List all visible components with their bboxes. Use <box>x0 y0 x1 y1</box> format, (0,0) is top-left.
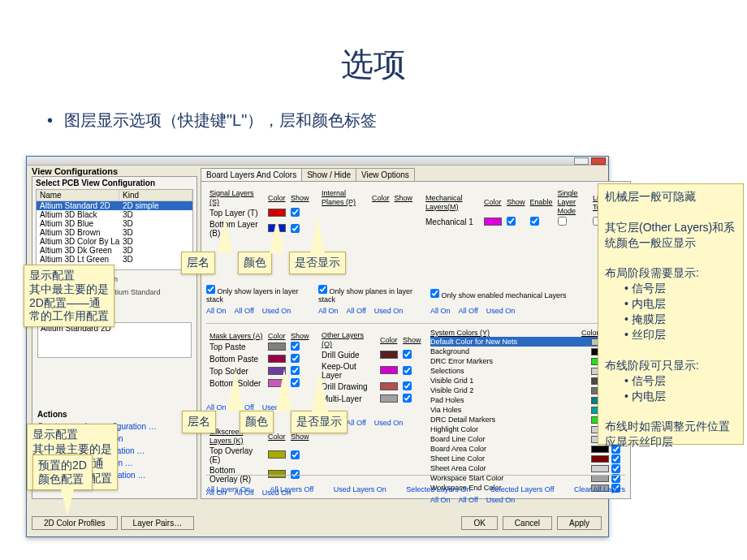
system-color-row[interactable]: Visible Grid 2 <box>430 386 625 395</box>
hdr-signal[interactable]: Signal Layers (S) <box>209 189 254 206</box>
config-row[interactable]: Altium 3D Black3D <box>37 210 192 219</box>
chk-only-mech[interactable] <box>430 289 439 298</box>
layer-row[interactable]: Top Solder <box>208 366 311 377</box>
system-color-row[interactable]: Selections <box>430 366 625 376</box>
config-row[interactable]: Altium Standard 2D2D simple <box>37 201 192 210</box>
callout-layer-name-2: 层名 <box>181 252 215 274</box>
callout-color-2: 颜色 <box>238 252 272 274</box>
system-color-row[interactable]: Via Holes <box>430 405 625 415</box>
system-color-row[interactable]: Sheet Area Color <box>430 463 625 473</box>
link-selected-layers-on[interactable]: Selected Layers On <box>406 485 470 493</box>
slide-bullet: •图层显示选项（快捷键"L"），层和颜色标签 <box>47 110 747 131</box>
link-all-layers-off[interactable]: All Layers Off <box>270 485 313 493</box>
hdr-system[interactable]: System Colors (Y) <box>430 329 581 337</box>
right-panel: Board Layers And Colors Show / Hide View… <box>201 168 631 499</box>
btn-layer-pairs[interactable]: Layer Pairs… <box>121 516 195 530</box>
link-alloff[interactable]: All Off <box>235 307 254 315</box>
ok-button[interactable]: OK <box>461 516 497 530</box>
system-color-row[interactable]: DRC Detail Markers <box>430 415 625 424</box>
chk-only-stack[interactable] <box>206 285 215 294</box>
callout-config-2: 显示配置 其中最主要的是 2D配置——通 常的工作用配置 <box>24 265 114 327</box>
link-selected-layers-off[interactable]: Selected Layers Off <box>490 485 555 493</box>
description-box[interactable]: Altium Standard 2D <box>37 322 192 358</box>
titlebar <box>27 157 608 166</box>
link-clear-all-layers[interactable]: Clear All Layers <box>574 485 625 493</box>
link-allon[interactable]: All On <box>206 307 227 315</box>
callout-show-2: 是否显示 <box>289 252 346 274</box>
close-button[interactable] <box>591 157 606 165</box>
cancel-button[interactable]: Cancel <box>503 516 552 530</box>
config-row[interactable]: Altium 3D Blue3D <box>37 219 192 228</box>
select-config-label: Select PCB View Configuration <box>32 177 196 189</box>
hdr-show: Show <box>291 194 309 202</box>
config-list[interactable]: Name Kind Altium Standard 2D2D simpleAlt… <box>36 189 193 270</box>
system-color-row[interactable]: Visible Grid 1 <box>430 376 625 386</box>
tab-board-layers[interactable]: Board Layers And Colors <box>201 168 302 181</box>
callout-show: 是否显示 <box>291 411 348 433</box>
col-kind[interactable]: Kind <box>119 190 192 200</box>
hdr-internal[interactable]: Internal Planes (P) <box>322 189 356 206</box>
system-color-row[interactable]: Default Color for New Nets <box>430 337 625 347</box>
tab-view-options[interactable]: View Options <box>356 168 415 181</box>
dialog-buttons: OK Cancel Apply <box>461 516 602 530</box>
btn-2d-color-profiles[interactable]: 2D Color Profiles <box>32 516 118 530</box>
hdr-mech[interactable]: Mechanical Layers(M) <box>425 194 463 211</box>
dialog-title: View Configurations <box>32 166 118 176</box>
tab-body: Signal Layers (S) Color Show Top Layer (… <box>201 181 631 499</box>
config-row[interactable]: Altium 3D Brown3D <box>37 228 192 237</box>
layer-row[interactable]: Bottom Paste <box>208 354 311 364</box>
system-color-row[interactable]: Background <box>430 347 625 356</box>
apply-button[interactable]: Apply <box>557 516 602 530</box>
tab-strip: Board Layers And Colors Show / Hide View… <box>201 168 631 181</box>
layer-row[interactable]: Multi-Layer <box>320 394 423 404</box>
system-color-row[interactable]: Sheet Line Color <box>430 454 625 463</box>
layer-row[interactable]: Top Paste <box>208 342 311 352</box>
layer-row[interactable]: Drill Drawing <box>320 381 423 392</box>
link-used-layers-on[interactable]: Used Layers On <box>334 485 386 493</box>
system-color-row[interactable]: DRC Error Markers <box>430 356 625 366</box>
slide-title: 选项 <box>0 42 747 87</box>
layer-row[interactable]: Bottom Solder <box>208 378 311 389</box>
config-row[interactable]: Altium 3D Color By Layer3D <box>37 237 192 246</box>
layer-row[interactable]: Top Overlay (E) <box>208 446 311 464</box>
hdr-color: Color <box>268 194 286 202</box>
system-color-row[interactable]: Pad Holes <box>430 395 625 405</box>
maximize-button[interactable] <box>574 157 589 165</box>
link-usedon[interactable]: Used On <box>262 307 291 315</box>
system-color-row[interactable]: Board Area Color <box>430 444 625 454</box>
link-all-layers-on[interactable]: All Layers On <box>206 485 250 493</box>
config-row[interactable]: Altium 3D Lt Green3D <box>37 255 192 264</box>
layer-row[interactable]: Keep-Out Layer <box>320 362 423 380</box>
col-name[interactable]: Name <box>37 190 119 200</box>
chk-only-planes[interactable] <box>318 285 327 294</box>
tab-show-hide[interactable]: Show / Hide <box>301 168 356 181</box>
system-color-row[interactable]: Board Line Color <box>430 434 625 444</box>
system-color-row[interactable]: Highlight Color <box>430 424 625 434</box>
layer-row[interactable]: Mechanical 1 <box>424 217 624 227</box>
actions-label: Actions <box>37 410 192 419</box>
layer-row[interactable]: Drill Guide <box>320 350 423 360</box>
callout-layer-name: 层名 <box>182 411 216 433</box>
callout-color: 颜色 <box>240 411 274 433</box>
config-row[interactable]: Altium 3D Dk Green3D <box>37 246 192 255</box>
notes-panel: 机械层一般可隐藏 其它层(Other Layers)和系统颜色一般应显示 布局阶… <box>598 183 744 445</box>
hdr-mask[interactable]: Mask Layers (A) <box>209 332 263 340</box>
hdr-other[interactable]: Other Layers (O) <box>322 331 364 348</box>
left-bottom-buttons: 2D Color Profiles Layer Pairs… <box>32 516 194 530</box>
